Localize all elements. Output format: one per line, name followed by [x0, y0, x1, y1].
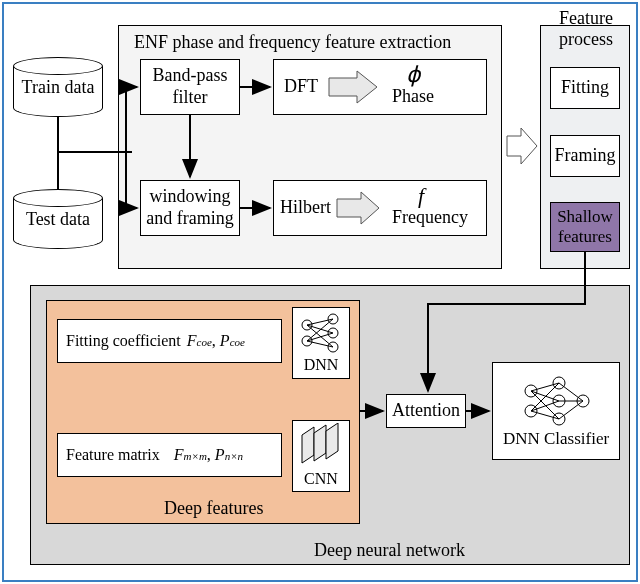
- dnn-icon: [297, 311, 345, 355]
- test-data-cylinder: Test data: [13, 189, 103, 249]
- test-data-label: Test data: [13, 209, 103, 230]
- freq-symbol: f: [418, 183, 424, 209]
- classifier-box: DNN Classifier: [492, 362, 620, 460]
- fitting-box: Fitting: [550, 67, 620, 109]
- fmm-sym: Fm×m: [174, 445, 207, 464]
- cnn-icon: [296, 423, 346, 469]
- svg-line-7: [307, 333, 333, 341]
- shallow-box: Shallow features: [550, 202, 620, 252]
- dnn-label: DNN: [304, 355, 339, 374]
- deep-features-title: Deep features: [164, 498, 263, 519]
- fitting-coef-label: Fitting coefficient: [66, 331, 181, 350]
- process-title: Feature process: [552, 8, 620, 50]
- cnn-icon-box: CNN: [292, 420, 350, 492]
- extraction-title: ENF phase and frequency feature extracti…: [134, 32, 451, 53]
- classifier-label: DNN Classifier: [503, 429, 609, 449]
- train-data-cylinder: Train data: [13, 57, 103, 117]
- pnn-sym: Pn×n: [215, 445, 243, 464]
- svg-line-22: [559, 401, 583, 419]
- cnn-label: CNN: [304, 469, 338, 488]
- dnn-icon-box: DNN: [292, 307, 350, 379]
- pcoe-sym: Pcoe: [220, 331, 245, 350]
- windowing-box: windowing and framing: [140, 180, 240, 236]
- freq-label: Frequency: [392, 207, 468, 228]
- train-data-label: Train data: [13, 77, 103, 98]
- attention-box: Attention: [386, 394, 466, 428]
- dnn-panel-title: Deep neural network: [314, 540, 465, 561]
- fcoe-sym: Fcoe: [187, 331, 212, 350]
- feature-matrix-label: Feature matrix: [66, 445, 160, 464]
- svg-line-18: [531, 401, 559, 411]
- dft-box: DFT: [273, 59, 487, 115]
- diagram-canvas: Train data Test data ENF phase and frequ…: [2, 2, 638, 582]
- bandpass-box: Band-pass filter: [140, 59, 240, 115]
- hilbert-label: Hilbert: [280, 197, 331, 219]
- classifier-icon: [517, 373, 595, 429]
- feature-matrix-box: Feature matrix Fm×m , Pn×n: [57, 433, 282, 477]
- framing-box: Framing: [550, 135, 620, 177]
- svg-line-15: [531, 391, 559, 401]
- fitting-coef-box: Fitting coefficient Fcoe , Pcoe: [57, 319, 282, 363]
- svg-line-4: [307, 325, 333, 333]
- phase-label: Phase: [392, 86, 434, 107]
- dft-label: DFT: [284, 76, 318, 98]
- phase-symbol: ϕ: [406, 62, 421, 88]
- svg-line-20: [559, 383, 583, 401]
- svg-marker-2: [507, 128, 537, 164]
